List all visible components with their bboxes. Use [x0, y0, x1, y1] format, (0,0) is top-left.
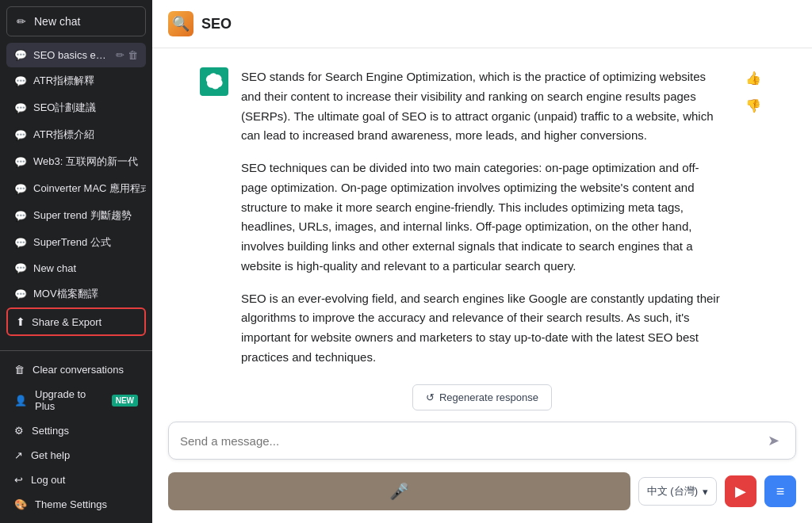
chat-icon: 💬 [14, 288, 27, 300]
sidebar-item-label: MOV檔案翻譯 [33, 287, 98, 301]
share-icon: ⬆ [16, 315, 25, 328]
theme-settings-label: Theme Settings [35, 498, 107, 510]
settings-label: Settings [32, 425, 69, 437]
sidebar-item-atr-indicator[interactable]: 💬 ATR指標解釋 [6, 67, 146, 94]
message-paragraph-2: SEO techniques can be divided into two m… [241, 158, 723, 277]
settings-button[interactable]: ⚙ Settings [6, 418, 146, 443]
plus-icon: ✏ [17, 15, 26, 28]
upgrade-to-plus-button[interactable]: 👤 Upgrade to Plus NEW [6, 382, 146, 418]
sidebar-item-label: Super trend 判斷趨勢 [33, 208, 132, 223]
thumbs-down-button[interactable]: 👎 [742, 95, 764, 116]
get-help-label: Get help [31, 449, 70, 461]
list-icon: ≡ [776, 483, 785, 500]
mic-button[interactable]: 🎤 [168, 472, 630, 510]
chat-icon: 💬 [14, 129, 27, 141]
edit-icon[interactable]: ✏ [116, 49, 124, 61]
message-row: SEO stands for Search Engine Optimizatio… [200, 67, 764, 375]
upgrade-label: Upgrade to Plus [35, 388, 104, 412]
chat-icon: 💬 [14, 183, 27, 195]
assistant-avatar [200, 67, 228, 96]
user-icon: 👤 [14, 395, 27, 407]
message-input-row: ➤ [168, 422, 796, 460]
sidebar-item-web3[interactable]: 💬 Web3: 互联网的新一代 [6, 148, 146, 175]
clear-conversations-button[interactable]: 🗑 Clear conversations [6, 357, 146, 382]
regenerate-button[interactable]: ↺ Regenerate response [412, 384, 552, 410]
chat-icon: 💬 [14, 262, 27, 274]
chat-icon: 💬 [14, 75, 27, 87]
sidebar-item-label: New chat [33, 262, 76, 274]
clear-conversations-label: Clear conversations [33, 364, 124, 376]
sidebar-item-mov-translate[interactable]: 💬 MOV檔案翻譯 [6, 281, 146, 307]
sidebar-item-label: Web3: 互联网的新一代 [33, 155, 138, 169]
gear-icon: ⚙ [14, 425, 24, 437]
sidebar-item-new-chat[interactable]: 💬 New chat [6, 256, 146, 281]
chat-icon: 💬 [14, 49, 27, 61]
new-badge: NEW [112, 395, 138, 407]
send-button[interactable]: ➤ [763, 430, 784, 451]
action-blue-button[interactable]: ≡ [764, 475, 796, 507]
sidebar-item-supertrend-judge[interactable]: 💬 Super trend 判斷趨勢 [6, 202, 146, 229]
chevron-down-icon: ▾ [703, 486, 708, 498]
message-text: SEO stands for Search Engine Optimizatio… [241, 67, 723, 375]
thumbs-up-button[interactable]: 👍 [742, 67, 764, 89]
chat-area: SEO stands for Search Engine Optimizatio… [152, 48, 812, 375]
main-panel: 🔍 SEO SEO stands for Search Engine Optim… [152, 0, 812, 523]
sidebar-item-supertrend-formula[interactable]: 💬 SuperTrend 公式 [6, 229, 146, 256]
sidebar-item-label: SuperTrend 公式 [33, 235, 111, 250]
regenerate-icon: ↺ [426, 391, 435, 403]
send-icon: ➤ [768, 433, 779, 449]
sidebar-item-label: ATR指標介紹 [33, 128, 94, 142]
chat-list: 💬 SEO basics explained. ✏ 🗑 💬 ATR指標解釋 💬 … [0, 43, 152, 350]
chat-icon: 💬 [14, 102, 27, 114]
message-paragraph-1: SEO stands for Search Engine Optimizatio… [241, 67, 723, 146]
sidebar-item-label: SEO計劃建議 [33, 101, 96, 115]
new-chat-button[interactable]: ✏ New chat [6, 6, 146, 36]
log-out-label: Log out [31, 474, 65, 486]
chat-icon: 💬 [14, 210, 27, 222]
language-label: 中文 (台灣) [647, 484, 698, 498]
bottom-bar: 🎤 中文 (台灣) ▾ ▶ ≡ [168, 468, 796, 510]
chat-icon: 💬 [14, 237, 27, 249]
sidebar-item-seo-basics[interactable]: 💬 SEO basics explained. ✏ 🗑 [6, 43, 146, 67]
message-paragraph-3: SEO is an ever-evolving field, and searc… [241, 289, 723, 368]
get-help-button[interactable]: ↗ Get help [6, 443, 146, 468]
sidebar-item-share-export[interactable]: ⬆ Share & Export [6, 307, 146, 336]
page-title: SEO [201, 16, 232, 32]
chat-icon: 💬 [14, 156, 27, 168]
sidebar-item-label: Coinverter MAC 應用程式 [33, 181, 146, 196]
play-icon: ▶ [735, 483, 746, 500]
chat-header: 🔍 SEO [152, 0, 812, 48]
header-icon: 🔍 [168, 11, 193, 36]
sidebar-item-label: SEO basics explained. [33, 49, 109, 61]
theme-settings-button[interactable]: 🎨 Theme Settings [6, 492, 146, 517]
action-red-button[interactable]: ▶ [725, 475, 756, 507]
palette-icon: 🎨 [14, 498, 27, 510]
regenerate-area: ↺ Regenerate response [168, 384, 796, 410]
regenerate-label: Regenerate response [439, 391, 538, 403]
log-out-button[interactable]: ↩ Log out [6, 468, 146, 492]
help-icon: ↗ [14, 449, 23, 461]
sidebar-bottom: 🗑 Clear conversations 👤 Upgrade to Plus … [0, 350, 152, 523]
language-selector[interactable]: 中文 (台灣) ▾ [638, 477, 717, 506]
sidebar-item-label: Share & Export [32, 316, 102, 328]
logout-icon: ↩ [14, 474, 23, 486]
chat-footer: ↺ Regenerate response ➤ 🎤 中文 (台灣) ▾ ▶ ≡ [152, 375, 812, 523]
new-chat-label: New chat [34, 15, 80, 28]
sidebar-item-label: ATR指標解釋 [33, 74, 94, 88]
sidebar-item-seo-plan[interactable]: 💬 SEO計劃建議 [6, 94, 146, 121]
trash-icon: 🗑 [14, 364, 25, 376]
message-actions: 👍 👎 [742, 67, 764, 116]
sidebar-item-atr-intro[interactable]: 💬 ATR指標介紹 [6, 121, 146, 148]
message-input[interactable] [180, 434, 763, 448]
delete-icon[interactable]: 🗑 [128, 49, 138, 61]
sidebar: ✏ New chat 💬 SEO basics explained. ✏ 🗑 💬… [0, 0, 152, 523]
mic-icon: 🎤 [389, 482, 409, 501]
sidebar-item-actions: ✏ 🗑 [116, 49, 138, 61]
sidebar-item-coinverter[interactable]: 💬 Coinverter MAC 應用程式 [6, 175, 146, 202]
